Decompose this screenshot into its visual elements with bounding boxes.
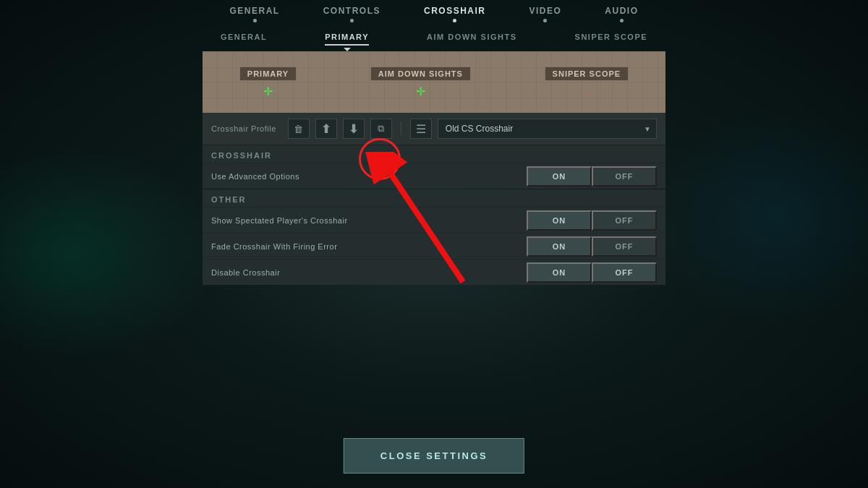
nav-label-video: VIDEO	[529, 6, 562, 16]
toolbar-profile-label: Crosshair Profile	[211, 124, 276, 133]
toolbar-download-button[interactable]: ⬇	[343, 119, 365, 139]
nav-item-general[interactable]: GENERAL	[229, 6, 279, 25]
nav-label-crosshair: CROSSHAIR	[424, 6, 486, 16]
crosshair-sniper: •	[585, 85, 587, 98]
toggle-off-use-advanced[interactable]: Off	[592, 166, 657, 187]
preview-label-primary: PRIMARY	[239, 67, 297, 81]
other-section: OTHER Show Spectated Player's Crosshair …	[203, 189, 665, 285]
toolbar-select-container: Old CS Crosshair Default Custom 1 Custom…	[438, 119, 657, 139]
crosshair-symbol-ads: ✛	[416, 85, 425, 98]
toolbar-delete-button[interactable]: 🗑	[288, 119, 310, 139]
toolbar-divider	[401, 121, 401, 136]
subnav-sniperscope[interactable]: SNIPER SCOPE	[575, 33, 648, 46]
nav-item-crosshair[interactable]: CROSSHAIR	[424, 6, 486, 25]
crosshair-section-header: CROSSHAIR	[203, 145, 665, 163]
crosshair-primary: ✛	[263, 85, 273, 98]
other-section-header: OTHER	[203, 189, 665, 207]
toolbar-upload-button[interactable]: ⬆	[315, 119, 337, 139]
row-fade-crosshair: Fade Crosshair With Firing Error On Off	[203, 233, 665, 259]
toggle-use-advanced-options: On Off	[527, 166, 657, 187]
toggle-fade-crosshair: On Off	[527, 236, 657, 257]
row-disable-crosshair: Disable Crosshair On Off	[203, 259, 665, 285]
toggle-on-fade-crosshair[interactable]: On	[527, 236, 592, 257]
label-fade-crosshair: Fade Crosshair With Firing Error	[211, 242, 527, 251]
preview-label-ads: AIM DOWN SIGHTS	[370, 67, 471, 81]
toggle-off-show-spectated[interactable]: Off	[592, 210, 657, 231]
toolbar: Crosshair Profile 🗑 ⬆ ⬇ ⧉ ☰ Old CS Cross…	[203, 113, 665, 145]
nav-label-general: GENERAL	[229, 6, 279, 16]
main-content: PRIMARY ✛ AIM DOWN SIGHTS ✛ SNIPER SCOPE…	[203, 51, 665, 285]
toggle-off-fade-crosshair[interactable]: Off	[592, 236, 657, 257]
crosshair-preview-area: PRIMARY ✛ AIM DOWN SIGHTS ✛ SNIPER SCOPE…	[203, 51, 665, 113]
crosshair-symbol-sniper: •	[585, 90, 587, 97]
crosshair-section: CROSSHAIR Use Advanced Options On Off	[203, 145, 665, 189]
nav-dot-video	[543, 19, 547, 22]
toggle-off-disable-crosshair[interactable]: Off	[592, 262, 657, 283]
nav-dot-controls	[350, 19, 354, 22]
close-settings-container: CLOSE SETTINGS	[344, 438, 524, 474]
toggle-on-disable-crosshair[interactable]: On	[527, 262, 592, 283]
crosshair-ads: ✛	[416, 85, 425, 98]
row-use-advanced-options: Use Advanced Options On Off	[203, 163, 665, 189]
label-show-spectated: Show Spectated Player's Crosshair	[211, 216, 527, 225]
toggle-on-show-spectated[interactable]: On	[527, 210, 592, 231]
nav-dot-crosshair	[453, 19, 456, 22]
row-show-spectated: Show Spectated Player's Crosshair On Off	[203, 207, 665, 233]
preview-label-sniper: SNIPER SCOPE	[545, 67, 629, 81]
nav-item-audio[interactable]: AUDIO	[605, 6, 638, 25]
label-use-advanced-options: Use Advanced Options	[211, 172, 527, 181]
top-nav: GENERAL CONTROLS CROSSHAIR VIDEO AUDIO	[0, 0, 868, 25]
crosshair-profile-select[interactable]: Old CS Crosshair Default Custom 1 Custom…	[438, 119, 657, 139]
subnav-aimdownsights[interactable]: AIM DOWN SIGHTS	[427, 33, 517, 46]
nav-dot-general	[253, 19, 257, 22]
nav-item-controls[interactable]: CONTROLS	[323, 6, 380, 25]
nav-label-audio: AUDIO	[605, 6, 638, 16]
crosshair-symbol-primary: ✛	[263, 85, 273, 98]
subnav-primary[interactable]: PRIMARY	[325, 33, 369, 46]
toggle-on-use-advanced[interactable]: On	[527, 166, 592, 187]
nav-item-video[interactable]: VIDEO	[529, 6, 562, 25]
toolbar-copy-button[interactable]: ⧉	[370, 119, 392, 139]
nav-label-controls: CONTROLS	[323, 6, 380, 16]
toggle-disable-crosshair: On Off	[527, 262, 657, 283]
close-settings-button[interactable]: CLOSE SETTINGS	[344, 438, 524, 474]
toggle-show-spectated: On Off	[527, 210, 657, 231]
toolbar-sort-button[interactable]: ☰	[410, 119, 432, 139]
label-disable-crosshair: Disable Crosshair	[211, 268, 527, 277]
sub-nav: GENERAL PRIMARY AIM DOWN SIGHTS SNIPER S…	[0, 25, 868, 51]
nav-dot-audio	[620, 19, 624, 22]
subnav-general[interactable]: GENERAL	[221, 33, 267, 46]
